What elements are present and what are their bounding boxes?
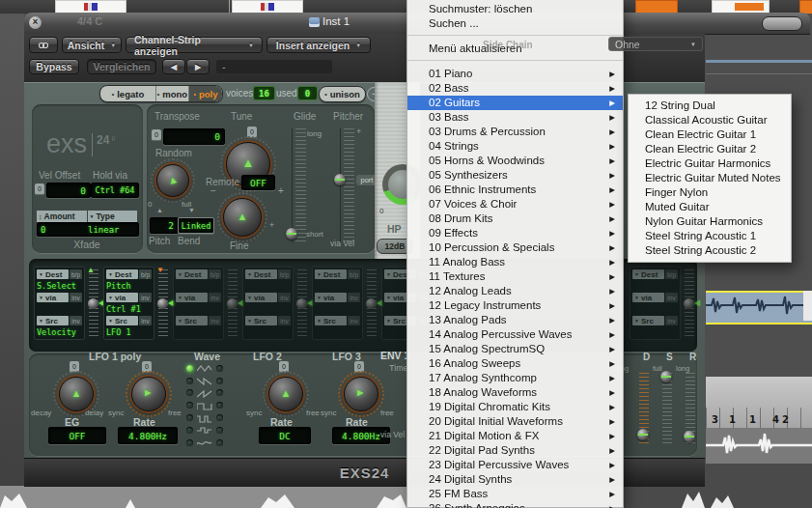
pitch-bend-down-value[interactable]: 2 bbox=[150, 217, 179, 234]
submenu-item[interactable]: Nylon Guitar Harmonics bbox=[629, 214, 791, 229]
submenu-item[interactable]: Electric Guitar Harmonics bbox=[629, 156, 791, 171]
wave-led[interactable] bbox=[186, 365, 193, 372]
invert-chip[interactable]: inv bbox=[348, 293, 360, 302]
bypass-chip[interactable]: b/p bbox=[70, 269, 82, 279]
menu-item-category[interactable]: 12 Legacy Instruments ▶ bbox=[407, 298, 623, 313]
menu-item-category[interactable]: 23 Digital Percussive Waves ▶ bbox=[407, 458, 623, 472]
invert-chip[interactable]: inv bbox=[665, 316, 678, 325]
bypass-chip[interactable]: b/p bbox=[348, 269, 360, 279]
mod-amount-slider[interactable]: ◀ bbox=[297, 269, 307, 337]
preset-name-field[interactable]: - bbox=[216, 60, 332, 73]
menu-item-category[interactable]: 12 Analog Leads ▶ bbox=[407, 284, 623, 298]
bypass-chip[interactable]: b/p bbox=[209, 269, 221, 279]
wave-led[interactable] bbox=[216, 389, 223, 396]
invert-chip[interactable]: inv bbox=[139, 293, 152, 302]
pitcher-slider[interactable] bbox=[344, 128, 354, 242]
slider-handle[interactable] bbox=[296, 298, 307, 309]
submenu-item[interactable]: Finger Nylon bbox=[629, 185, 791, 200]
channel-strip-menu-button[interactable]: Channel-Strip anzeigen▼ bbox=[126, 37, 263, 53]
mod-amount-slider[interactable]: ▼ ◀ bbox=[158, 269, 168, 337]
menu-item-category[interactable]: 06 Ethnic Instruments ▶ bbox=[407, 183, 623, 197]
src-dropdown[interactable]: ▼Src bbox=[37, 316, 69, 325]
dest-dropdown[interactable]: ▼Dest bbox=[315, 269, 347, 279]
wave-led[interactable] bbox=[186, 427, 193, 434]
lfo2-rate-knob[interactable]: ▲ bbox=[263, 371, 309, 417]
menu-item-category[interactable]: 16 Analog Sweeps ▶ bbox=[407, 356, 623, 371]
bypass-button[interactable]: Bypass bbox=[29, 59, 79, 74]
next-preset-button[interactable]: ▶ bbox=[186, 59, 210, 74]
wave-selector[interactable] bbox=[186, 362, 223, 449]
mono-button[interactable]: •mono bbox=[156, 86, 189, 101]
window-widget[interactable] bbox=[762, 16, 802, 31]
mod-router-slot[interactable]: ▼Dest b/p ▼via inv ▼Src inv ◀ bbox=[242, 267, 294, 340]
poly-button[interactable]: •poly bbox=[189, 86, 222, 101]
env2-sustain-slider[interactable] bbox=[662, 373, 672, 444]
link-button[interactable] bbox=[29, 37, 58, 53]
xfade-header[interactable]: ↕ Amount ▼ Type bbox=[37, 211, 137, 222]
slider-handle[interactable] bbox=[684, 298, 694, 309]
src-dropdown[interactable]: ▼Src bbox=[176, 316, 208, 325]
random-knob[interactable]: ▲ bbox=[151, 158, 195, 203]
src-dropdown[interactable]: ▼Src bbox=[106, 316, 138, 325]
menu-item-category[interactable]: 08 Drum Kits ▶ bbox=[407, 212, 623, 226]
mod-amount-slider[interactable]: ◀ bbox=[685, 269, 694, 337]
dest-dropdown[interactable]: ▼Dest bbox=[37, 269, 69, 279]
invert-chip[interactable]: inv bbox=[665, 293, 678, 302]
dest-dropdown[interactable]: ▼Dest bbox=[245, 269, 277, 279]
lfo2-rate-value[interactable]: DC bbox=[259, 427, 311, 444]
lfo1-rate-value[interactable]: 4.800Hz bbox=[118, 427, 178, 444]
wave-led[interactable] bbox=[186, 378, 193, 384]
mod-router-slot[interactable]: ▼Dest b/p Pitch ▼via inv Ctrl #1 ▼Src in… bbox=[103, 267, 154, 340]
transpose-value[interactable]: 0 bbox=[163, 128, 225, 145]
legato-button[interactable]: •legato bbox=[100, 86, 156, 101]
submenu-item[interactable]: 12 String Dual bbox=[629, 99, 791, 113]
env2-release-handle[interactable] bbox=[684, 431, 695, 442]
via-dropdown[interactable]: ▼via bbox=[176, 293, 208, 302]
compare-button[interactable]: Vergleichen bbox=[87, 59, 156, 74]
via-dropdown[interactable]: ▼via bbox=[315, 293, 347, 302]
xfade-values[interactable]: 0 linear bbox=[37, 222, 139, 237]
wave-led[interactable] bbox=[216, 414, 223, 421]
dest-dropdown[interactable]: ▼Dest bbox=[632, 269, 664, 279]
wave-led[interactable] bbox=[216, 378, 223, 384]
env2-sustain-handle[interactable] bbox=[660, 371, 672, 382]
mod-router-slot[interactable]: ▼Dest b/p ▼via inv ▼Src inv ◀ bbox=[173, 267, 224, 340]
submenu-item[interactable]: Electric Guitar Muted Notes bbox=[629, 171, 791, 185]
menu-item-category[interactable]: 10 Percussion & Specials ▶ bbox=[407, 240, 623, 255]
menu-item-category[interactable]: 11 Textures ▶ bbox=[407, 269, 623, 284]
close-icon[interactable]: × bbox=[29, 16, 42, 29]
voices-value[interactable]: 16 bbox=[253, 86, 275, 100]
menu-item-category[interactable]: 22 Digital Pad Synths ▶ bbox=[407, 443, 623, 458]
submenu-item[interactable]: Clean Electric Guitar 1 bbox=[629, 127, 791, 142]
side-chain-select[interactable]: Ohne ▼ bbox=[608, 37, 703, 51]
bypass-chip[interactable]: b/p bbox=[278, 269, 291, 279]
mod-router-slot[interactable]: ▼Dest b/p ▼via inv ▼Src inv ◀ bbox=[630, 267, 681, 340]
menu-item-category[interactable]: 24 Digital Synths ▶ bbox=[407, 472, 623, 487]
menu-item-category[interactable]: 21 Digital Motion & FX ▶ bbox=[407, 429, 623, 443]
menu-item-category[interactable]: 03 Drums & Percussion ▶ bbox=[407, 125, 623, 139]
slider-handle[interactable] bbox=[88, 298, 98, 309]
wave-led[interactable] bbox=[186, 389, 193, 396]
wave-led[interactable] bbox=[186, 439, 193, 446]
menu-item-category[interactable]: 11 Analog Bass ▶ bbox=[407, 255, 623, 269]
menu-item-category[interactable]: 17 Analog Synthcomp ▶ bbox=[407, 371, 623, 385]
wave-led[interactable] bbox=[216, 402, 223, 409]
view-menu-button[interactable]: Ansicht▼ bbox=[62, 37, 122, 53]
lfo1-rate-knob[interactable]: ▲ bbox=[126, 371, 172, 417]
menu-item[interactable]: Suchen ... bbox=[407, 16, 623, 31]
menu-item-category[interactable]: 09 Effects ▶ bbox=[407, 226, 623, 240]
unison-button[interactable]: •unison bbox=[319, 86, 366, 102]
wave-led[interactable] bbox=[216, 439, 223, 446]
slider-handle[interactable] bbox=[227, 298, 238, 309]
submenu-item[interactable]: Muted Guitar bbox=[629, 200, 791, 214]
menu-item-category[interactable]: 03 Bass ▶ bbox=[407, 110, 623, 125]
bypass-chip[interactable]: b/p bbox=[139, 269, 152, 279]
submenu-item[interactable]: Clean Electric Guitar 2 bbox=[629, 142, 791, 156]
menu-item[interactable]: Suchmuster: löschen bbox=[407, 2, 623, 16]
voice-mode-switch[interactable]: •legato •mono •poly bbox=[99, 85, 223, 102]
submenu-item[interactable]: Steel String Acoustic 1 bbox=[629, 229, 791, 243]
remote-value[interactable]: OFF bbox=[241, 175, 275, 190]
glide-handle[interactable] bbox=[286, 228, 297, 240]
vel-offset-value[interactable]: 0 bbox=[46, 183, 91, 198]
menu-item-category[interactable]: 04 Strings ▶ bbox=[407, 139, 623, 154]
